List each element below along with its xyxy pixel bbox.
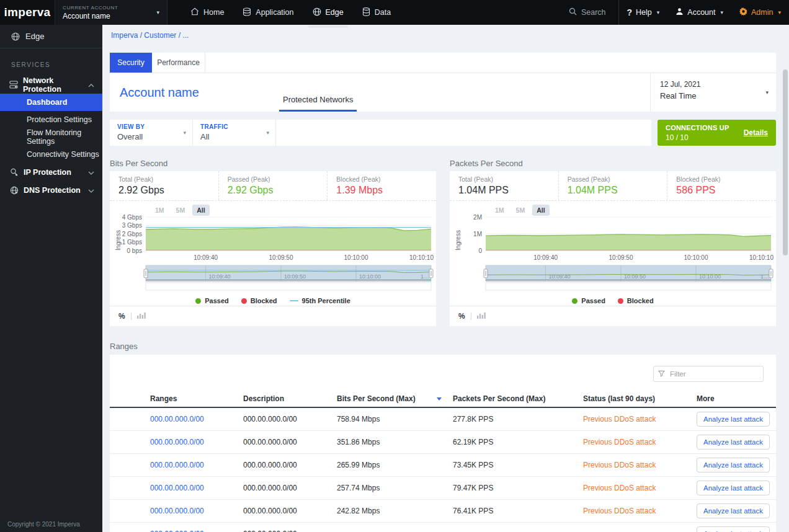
range-link[interactable]: 000.00.000.0/00 [150, 484, 243, 492]
help-menu[interactable]: ? Help ▾ [619, 7, 668, 17]
range-link[interactable]: 000.00.000.0/00 [150, 530, 243, 532]
legend-95th-percentile[interactable]: 95th Percentile [290, 297, 350, 304]
analyze-last-attack-button[interactable]: Analyze last attack [697, 503, 770, 518]
column-header-packets-per-second-max-[interactable]: Packets Per Second (Max) [453, 394, 583, 403]
filter-bar: VIEW BY Overall ▾ TRAFFIC All ▾ [110, 120, 651, 146]
main-content: Imperva / Customer / ... Security Perfor… [102, 25, 789, 532]
range-link[interactable]: 000.00.000.0/00 [150, 415, 243, 423]
search-button[interactable]: Search [556, 7, 618, 17]
legend-swatch [572, 298, 577, 304]
pps-chart[interactable]: 2M1M010:09:4010:09:5010:10:0010:10:1010:… [450, 213, 776, 291]
analyze-last-attack-button[interactable]: Analyze last attack [697, 412, 770, 427]
filter-input[interactable] [653, 366, 764, 382]
details-link[interactable]: Details [744, 128, 768, 137]
sort-desc-icon[interactable] [437, 397, 442, 401]
analyze-last-attack-button[interactable]: Analyze last attack [697, 526, 770, 532]
tab-security[interactable]: Security [110, 53, 152, 73]
status-link[interactable]: Previous DDoS attack [583, 507, 697, 515]
date-range-dropdown[interactable]: 12 Jul, 2021 Real Time ▾ [650, 73, 776, 112]
table-row: 000.00.000.0/00000.00.000.0/00351.86 Mbp… [110, 431, 776, 454]
sidebar-item-ip-protection[interactable]: IP Protection [0, 163, 102, 181]
bps-max-value: 257.74 Mbps [337, 484, 453, 492]
column-header-description[interactable]: Description [243, 394, 337, 403]
legend-blocked[interactable]: Blocked [618, 297, 654, 304]
stat-label: Passed (Peak) [568, 175, 667, 183]
bar-chart-icon[interactable] [477, 311, 486, 321]
column-header-status-last-90-days-[interactable]: Status (last 90 days) [583, 394, 697, 403]
admin-menu[interactable]: Admin ▾ [731, 7, 789, 17]
legend-passed[interactable]: Passed [572, 297, 605, 304]
chevron-down-icon: ▾ [721, 9, 724, 16]
range-button-all[interactable]: All [532, 205, 549, 216]
sidebar-item-flow-monitoring-settings[interactable]: Flow Monitoring Settings [0, 128, 102, 146]
scrollbar-track[interactable] [781, 25, 789, 532]
view-by-dropdown[interactable]: VIEW BY Overall ▾ [110, 120, 193, 146]
tab-protected-networks[interactable]: Protected Networks [279, 95, 357, 112]
column-header-ranges[interactable]: Ranges [150, 394, 243, 403]
footer-divider [471, 313, 471, 320]
topnav-item-label: Application [256, 8, 293, 17]
range-link[interactable]: 000.00.000.0/00 [150, 438, 243, 446]
topnav-item-application[interactable]: Application [233, 0, 303, 25]
sidebar-item-connectivity-settings[interactable]: Connectivity Settings [0, 146, 102, 163]
range-link[interactable]: 000.00.000.0/00 [150, 461, 243, 469]
stat-passed-peak-: Passed (Peak)2.92 Gbps [219, 171, 328, 200]
bits-chart-area: 1M5MAll Ingress 4 Gbps3 Gbps2 Gbps1 Gbps… [110, 201, 436, 306]
scrollbar-thumb[interactable] [783, 69, 788, 255]
svg-text:10:10:10: 10:10:10 [749, 254, 773, 261]
account-menu[interactable]: Account ▾ [667, 7, 731, 17]
range-button-5m[interactable]: 5M [172, 205, 190, 216]
sidebar-item-dns-protection[interactable]: DNS Protection [0, 181, 102, 199]
range-button-5m[interactable]: 5M [512, 205, 530, 216]
stat-passed-peak-: Passed (Peak)1.04M PPS [559, 171, 668, 200]
status-link[interactable]: Previous DDoS attack [583, 415, 697, 423]
topnav-item-label: Edge [326, 8, 344, 17]
current-account-dropdown[interactable]: CURRENT ACCOUNT Account name ▾ [55, 0, 167, 25]
tab-performance[interactable]: Performance [152, 53, 205, 73]
gear-icon [739, 7, 747, 17]
range-button-1m[interactable]: 1M [491, 205, 509, 216]
bits-chart-footer: % [110, 306, 436, 326]
bits-chart[interactable]: 4 Gbps3 Gbps2 Gbps1 Gbps0 bps10:09:4010:… [110, 213, 436, 291]
range-button-1m[interactable]: 1M [151, 205, 169, 216]
svg-text:0: 0 [478, 247, 482, 254]
legend-swatch [241, 298, 247, 304]
sidebar-edge-label: Edge [25, 32, 44, 41]
column-header-bits-per-second-max-[interactable]: Bits Per Second (Max) [337, 394, 453, 403]
topnav-right: Search ? Help ▾ Account ▾ Admin ▾ [556, 0, 789, 25]
percent-toggle[interactable]: % [118, 312, 125, 321]
percent-toggle[interactable]: % [458, 312, 465, 321]
status-link[interactable]: Previous DDoS attack [583, 461, 697, 469]
traffic-dropdown[interactable]: TRAFFIC All ▾ [193, 120, 276, 146]
connections-up-badge[interactable]: CONNECTIONS UP 10 / 10 Details [657, 120, 776, 146]
pps-chart-footer: % [450, 306, 776, 326]
sidebar-item-edge[interactable]: Edge [0, 25, 102, 48]
analyze-last-attack-button[interactable]: Analyze last attack [697, 435, 770, 450]
topnav-item-data[interactable]: Data [353, 0, 400, 25]
status-link[interactable]: Previous DDoS attack [583, 438, 697, 446]
ip-protection-label: IP Protection [24, 168, 71, 177]
bar-chart-icon[interactable] [137, 311, 146, 321]
table-row: 000.00.000.0/00000.00.000.0/00265.99 Mbp… [110, 454, 776, 477]
column-header-more[interactable]: More [697, 394, 759, 403]
analyze-last-attack-button[interactable]: Analyze last attack [697, 458, 770, 472]
pps-chart-area: 1M5MAll Ingress 2M1M010:09:4010:09:5010:… [450, 201, 776, 306]
range-button-all[interactable]: All [192, 205, 209, 216]
topnav-item-edge[interactable]: Edge [303, 0, 353, 25]
bps-max-value: 242.82 Mbps [337, 507, 453, 515]
ranges-table-body: 000.00.000.0/00000.00.000.0/00758.94 Mbp… [110, 408, 776, 532]
sidebar-item-protection-settings[interactable]: Protection Settings [0, 111, 102, 128]
view-by-label: VIEW BY [117, 123, 177, 130]
pps-max-value: 277.8K PPS [453, 415, 583, 423]
sidebar-item-dashboard[interactable]: Dashboard [0, 94, 102, 111]
range-link[interactable]: 000.00.000.0/00 [150, 507, 243, 515]
table-row: 000.00.000.0/00000.00.000.0/00257.74 Mbp… [110, 477, 776, 500]
home-icon [190, 7, 199, 17]
analyze-last-attack-button[interactable]: Analyze last attack [697, 481, 770, 495]
sidebar-item-network-protection[interactable]: Network Protection [0, 76, 102, 94]
legend-passed[interactable]: Passed [195, 297, 229, 304]
breadcrumb[interactable]: Imperva / Customer / ... [111, 31, 189, 40]
status-link[interactable]: Previous DDoS attack [583, 484, 697, 492]
legend-blocked[interactable]: Blocked [241, 297, 277, 304]
topnav-item-home[interactable]: Home [181, 0, 233, 25]
